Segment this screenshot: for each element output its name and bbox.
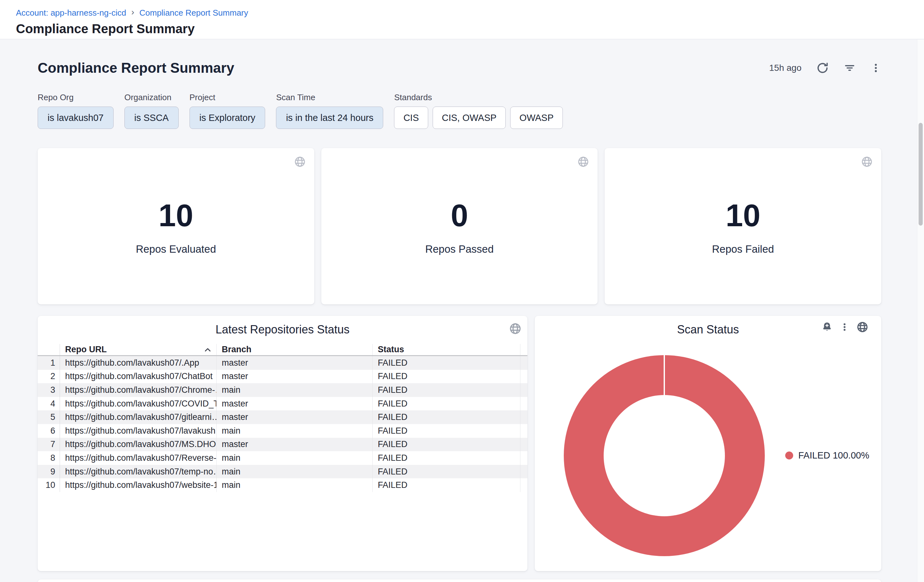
filter-chip-organization[interactable]: is SSCA: [124, 107, 179, 129]
dashboard-header: Compliance Report Summary 15h ago: [38, 60, 881, 76]
row-index: 8: [38, 451, 60, 465]
repo-url-cell: https://github.com/lavakush07/ChatBot: [60, 370, 217, 384]
branch-cell: master: [217, 438, 373, 452]
scan-status-donut-chart[interactable]: [564, 355, 765, 556]
filter-chip-repo-org[interactable]: is lavakush07: [38, 107, 114, 129]
branch-cell: main: [217, 424, 373, 438]
globe-icon[interactable]: [509, 322, 521, 335]
breadcrumb: Account: app-harness-ng-cicd › Complianc…: [16, 8, 924, 18]
filter-chip-scan-time[interactable]: is in the last 24 hours: [276, 107, 383, 129]
filter-icon: [843, 62, 856, 74]
repositories-table: Repo URL Branch Status 1 https://github.…: [38, 344, 527, 492]
legend-label: FAILED 100.00%: [798, 450, 869, 461]
status-cell: FAILED: [373, 370, 520, 384]
legend-color-swatch: [785, 452, 793, 460]
table-row: 6 https://github.com/lavakush07/lavakush…: [38, 424, 527, 438]
globe-button[interactable]: [856, 321, 868, 333]
standards-option-owasp[interactable]: OWASP: [510, 107, 563, 129]
breadcrumb-account-link[interactable]: Account: app-harness-ng-cicd: [16, 8, 126, 18]
bottom-row: Latest Repositories Status Repo URL Bran…: [38, 316, 881, 571]
last-refreshed-label: 15h ago: [769, 63, 802, 73]
refresh-button[interactable]: [816, 62, 829, 74]
table-row: 1 https://github.com/lavakush07/.App mas…: [38, 356, 527, 370]
status-cell: FAILED: [373, 356, 520, 370]
table-row: 2 https://github.com/lavakush07/ChatBot …: [38, 370, 527, 384]
dashboard-actions: 15h ago: [769, 62, 881, 74]
alerts-button[interactable]: [821, 322, 833, 333]
status-cell: FAILED: [373, 397, 520, 411]
row-index: 5: [38, 411, 60, 424]
table-row: 7 https://github.com/lavakush07/MS.DHO… …: [38, 438, 527, 452]
standards-options: CIS CIS, OWASP OWASP: [394, 107, 563, 129]
repo-url-cell: https://github.com/lavakush07/COVID_T…: [60, 397, 217, 411]
repo-url-cell: https://github.com/lavakush07/MS.DHO…: [60, 438, 217, 452]
column-header-repo-url[interactable]: Repo URL: [60, 344, 217, 355]
branch-cell: master: [217, 356, 373, 370]
repo-url-cell: https://github.com/lavakush07/website-1: [60, 478, 217, 492]
globe-icon[interactable]: [294, 156, 306, 168]
column-header-branch[interactable]: Branch: [217, 344, 373, 355]
legend-item-failed[interactable]: FAILED 100.00%: [785, 450, 869, 461]
status-cell: FAILED: [373, 465, 520, 479]
refresh-icon: [816, 62, 829, 74]
donut-slice-boundary: [664, 355, 665, 395]
scan-card-actions: [821, 321, 868, 333]
row-index: 4: [38, 397, 60, 411]
branch-cell: main: [217, 465, 373, 479]
stat-cards-row: 10 Repos Evaluated 0 Repos Passed 10 Rep…: [38, 148, 881, 304]
column-header-status[interactable]: Status: [373, 344, 520, 355]
stat-card-repos-evaluated: 10 Repos Evaluated: [38, 148, 314, 304]
stat-label: Repos Failed: [712, 243, 774, 255]
standards-option-cis[interactable]: CIS: [394, 107, 428, 129]
repo-url-cell: https://github.com/lavakush07/temp-no…: [60, 465, 217, 479]
status-cell: FAILED: [373, 451, 520, 465]
filter-label: Organization: [124, 92, 179, 102]
repo-url-cell: https://github.com/lavakush07/Chrome-…: [60, 383, 217, 397]
globe-icon[interactable]: [577, 156, 589, 168]
stat-value: 10: [726, 198, 760, 234]
branch-cell: main: [217, 383, 373, 397]
branch-cell: master: [217, 397, 373, 411]
row-index: 3: [38, 383, 60, 397]
filter-group-repo-org: Repo Org is lavakush07: [38, 92, 114, 129]
tile-menu-button[interactable]: [840, 322, 849, 332]
standards-option-cis-owasp[interactable]: CIS, OWASP: [433, 107, 506, 129]
filter-group-standards: Standards CIS CIS, OWASP OWASP: [394, 92, 563, 129]
table-row: 5 https://github.com/lavakush07/gitlearn…: [38, 411, 527, 424]
scrollbar-track[interactable]: [917, 40, 924, 582]
row-index: 2: [38, 370, 60, 384]
scrollbar-thumb[interactable]: [919, 123, 923, 226]
globe-icon[interactable]: [861, 156, 873, 168]
breadcrumb-current-link[interactable]: Compliance Report Summary: [139, 8, 248, 18]
branch-cell: main: [217, 478, 373, 492]
table-row: 9 https://github.com/lavakush07/temp-no……: [38, 465, 527, 479]
row-index: 10: [38, 478, 60, 492]
stat-card-repos-passed: 0 Repos Passed: [321, 148, 598, 304]
status-cell: FAILED: [373, 438, 520, 452]
dashboard-title: Compliance Report Summary: [38, 60, 234, 76]
filter-label: Standards: [394, 92, 563, 102]
kebab-menu-icon: [870, 63, 881, 73]
stat-value: 0: [451, 198, 469, 234]
column-header-label: Repo URL: [65, 345, 107, 354]
status-cell: FAILED: [373, 411, 520, 424]
repo-url-cell: https://github.com/lavakush07/lavakush…: [60, 424, 217, 438]
column-header-index: [38, 344, 60, 355]
status-cell: FAILED: [373, 383, 520, 397]
next-card-partial: [38, 579, 881, 582]
dashboard-panel: Compliance Report Summary 15h ago: [0, 40, 924, 582]
table-row: 4 https://github.com/lavakush07/COVID_T……: [38, 397, 527, 411]
bell-plus-icon: [821, 322, 833, 333]
row-index: 7: [38, 438, 60, 452]
repo-url-cell: https://github.com/lavakush07/.App: [60, 356, 217, 370]
page-title: Compliance Report Summary: [16, 22, 924, 36]
branch-cell: master: [217, 411, 373, 424]
dashboard-menu-button[interactable]: [870, 63, 881, 73]
repo-url-cell: https://github.com/lavakush07/Reverse-…: [60, 451, 217, 465]
filter-chip-project[interactable]: is Exploratory: [190, 107, 266, 129]
filter-button[interactable]: [843, 62, 856, 74]
filter-label: Scan Time: [276, 92, 383, 102]
repo-url-cell: https://github.com/lavakush07/gitlearni…: [60, 411, 217, 424]
row-index: 9: [38, 465, 60, 479]
stat-value: 10: [158, 198, 193, 234]
